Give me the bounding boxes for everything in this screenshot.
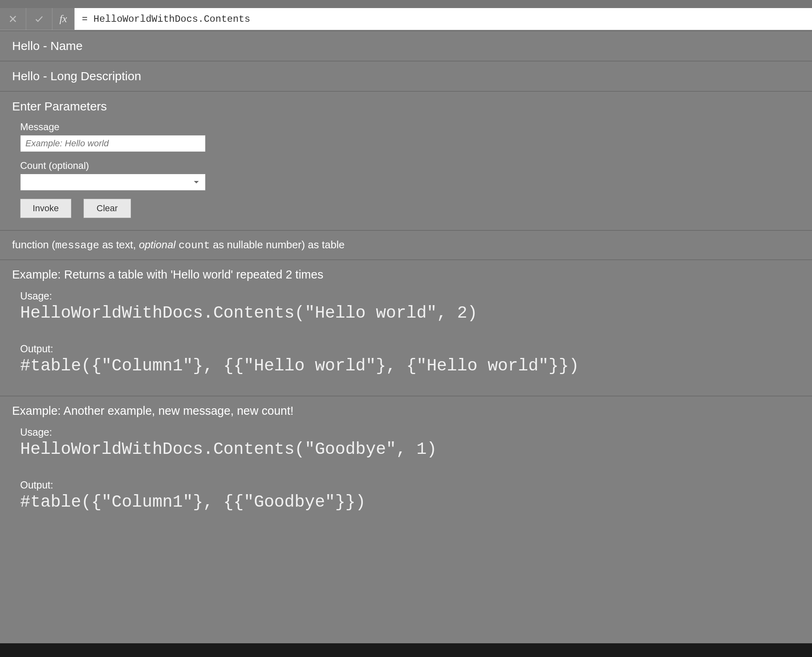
checkmark-icon [34, 14, 44, 24]
parameters-title: Enter Parameters [12, 100, 800, 113]
message-label: Message [20, 121, 800, 133]
example-1-usage-label: Usage: [20, 290, 800, 302]
formula-bar: fx [0, 8, 812, 30]
cancel-formula-button[interactable] [0, 8, 26, 30]
window-top-bar [0, 0, 812, 8]
count-label: Count (optional) [20, 160, 800, 171]
count-select[interactable] [20, 174, 206, 191]
x-icon [8, 14, 18, 24]
signature-param1: message [55, 239, 99, 252]
button-row: Invoke Clear [20, 199, 800, 218]
example-2-output-label: Output: [20, 479, 800, 491]
example-1-usage-code: HelloWorldWithDocs.Contents("Hello world… [20, 304, 800, 323]
parameters-section: Enter Parameters Message Count (optional… [0, 91, 812, 231]
function-name-header: Hello - Name [0, 31, 812, 61]
example-1-output-label: Output: [20, 343, 800, 355]
example-1: Example: Returns a table with 'Hello wor… [0, 260, 812, 396]
example-1-output-code: #table({"Column1"}, {{"Hello world"}, {"… [20, 356, 800, 376]
function-signature: function (message as text, optional coun… [0, 231, 812, 260]
signature-optional: optional [139, 239, 178, 251]
accept-formula-button[interactable] [26, 8, 52, 30]
message-input[interactable] [20, 135, 206, 152]
example-2-output-code: #table({"Column1"}, {{"Goodbye"}}) [20, 493, 800, 512]
message-param-group: Message [20, 121, 800, 152]
chevron-down-icon [194, 181, 199, 183]
count-param-group: Count (optional) [20, 160, 800, 191]
formula-input[interactable] [75, 8, 812, 30]
clear-button[interactable]: Clear [83, 199, 131, 218]
example-1-title: Example: Returns a table with 'Hello wor… [12, 268, 800, 281]
example-2-usage-code: HelloWorldWithDocs.Contents("Goodbye", 1… [20, 440, 800, 459]
invoke-button[interactable]: Invoke [20, 199, 71, 218]
status-bar [0, 643, 812, 657]
signature-prefix: function ( [12, 239, 55, 251]
example-2: Example: Another example, new message, n… [0, 396, 812, 532]
example-2-usage-label: Usage: [20, 426, 800, 438]
signature-suffix: as nullable number) as table [210, 239, 345, 251]
example-2-title: Example: Another example, new message, n… [12, 404, 800, 418]
fx-label: fx [52, 8, 75, 30]
signature-astext: as text, [99, 239, 139, 251]
function-description-header: Hello - Long Description [0, 61, 812, 91]
signature-param2: count [179, 239, 210, 252]
